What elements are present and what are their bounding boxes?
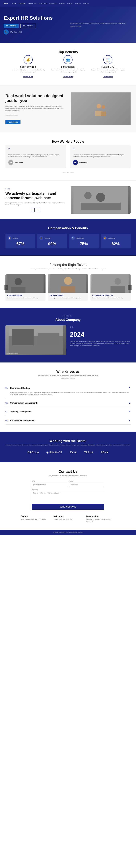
- benefits-section: Top Benefits 💰 COST SAVINGS Lorem ipsum …: [0, 43, 136, 85]
- office-melbourne: Melbourne 124 Collins St VIC 3052, AU: [53, 515, 83, 522]
- faq-toggle-2[interactable]: ∨: [128, 401, 131, 404]
- about-description: Lorem ipsum dolor sit amet, consectetur …: [70, 340, 131, 347]
- comp-card-benefits: 📋 Benefits 67%: [5, 234, 35, 248]
- experience-learn-more[interactable]: LEARN MORE: [63, 76, 73, 78]
- avatar-paul: PS: [8, 160, 13, 165]
- flexibility-title: FLEXIBILITY: [90, 66, 126, 68]
- innovative-hr-title: Innovative HR Solutions: [92, 294, 129, 297]
- recruitment-comp-icon: 🔍: [71, 236, 75, 240]
- hero-sample-text: Sample large text. Lorem ipsum dolor sit…: [70, 23, 132, 24]
- compensation-grid: 📋 Benefits 67% 🎓 Trainings 90% 🔍 Recruit…: [5, 234, 131, 248]
- svg-point-9: [14, 278, 22, 285]
- about-section: HISTORY About Company Images from Freepi…: [0, 308, 136, 363]
- talent-card-executive: Executive Search Lorem ipsum dolor sit a…: [5, 274, 46, 301]
- about-next-button[interactable]: ›: [72, 326, 73, 329]
- about-image-caption: Images from Freepik: [6, 353, 18, 354]
- testimonials-grid: " Lorem ipsum dolor sit amet, consectetu…: [5, 145, 131, 168]
- faq-toggle-1[interactable]: ∧: [128, 386, 131, 390]
- logo: logo: [4, 2, 8, 4]
- nav-item-home[interactable]: HOME: [11, 2, 16, 5]
- mentorship-percentage: 62%: [103, 242, 128, 246]
- faq-title-3: Training Development: [10, 410, 31, 413]
- about-prev-button[interactable]: ‹: [70, 326, 71, 329]
- flexibility-learn-more[interactable]: LEARN MORE: [103, 76, 113, 78]
- nav-item-contact[interactable]: CONTACT: [49, 2, 57, 5]
- faq-toggle-3[interactable]: ∨: [128, 410, 131, 413]
- nav-item-team[interactable]: OUR TEAM: [39, 2, 47, 5]
- hr-recruitment-title: HR Recruitment: [50, 294, 86, 297]
- participate-title: We actively participate in and convene f…: [5, 191, 65, 200]
- drives-subtitle: Click to enter title text.: [5, 377, 131, 379]
- faq-toggle-4[interactable]: ∨: [128, 418, 131, 422]
- trainings-comp-icon: 🎓: [39, 236, 43, 240]
- call-hours: Call 24hrs / 7 days: [10, 30, 22, 32]
- hr-recruitment-image: [48, 274, 88, 292]
- contact-form: Email Name Message SEND MESSAGE: [32, 480, 104, 510]
- svg-rect-19: [12, 329, 34, 345]
- faq-header-1[interactable]: 01. Recruitment Staffing ∧: [5, 386, 131, 390]
- benefits-comp-label: Benefits: [13, 237, 18, 239]
- faq-title-2: Compensation Management: [10, 402, 37, 404]
- svg-rect-16: [110, 286, 125, 292]
- experience-icon: 👥: [63, 55, 73, 64]
- hr-recruitment-desc: Lorem ipsum dolor sit amet, consectetur …: [50, 297, 86, 299]
- benefit-card-cost: 💰 COST SAVINGS Lorem ipsum dolor sit ame…: [10, 55, 46, 78]
- talent-carousel-next[interactable]: ›: [128, 285, 132, 290]
- nav-item-landing[interactable]: LANDING: [18, 2, 26, 5]
- comp-card-trainings: 🎓 Trainings 90%: [37, 234, 67, 248]
- faq-num-1: 01.: [5, 387, 8, 389]
- experience-desc: Lorem ipsum dolor sit amet, consectetur …: [50, 69, 86, 73]
- message-textarea[interactable]: [32, 491, 104, 502]
- bests-section: Working with the Bests! Paragraph. Lorem…: [0, 432, 136, 462]
- partner-binance: ◈ BINANCE: [45, 450, 64, 455]
- nav-links: HOME LANDING ABOUT US OUR TEAM CONTACT P…: [11, 2, 89, 5]
- real-world-credit: Images from Freepik: [5, 114, 65, 116]
- partner-tesla: TESLA: [82, 450, 95, 455]
- svg-rect-13: [61, 286, 75, 292]
- email-input[interactable]: [32, 483, 67, 487]
- testimonial-1-quote: Lorem ipsum dolor sit amet, consectetur …: [8, 154, 63, 158]
- participate-next-button[interactable]: ›: [36, 208, 40, 212]
- footer-text: © 2024 by Yolanda Lee / Powered by Wix.c…: [53, 531, 83, 533]
- participate-desc: Lorem ipsum dolor sit amet, consectetur …: [5, 202, 65, 206]
- participate-prev-button[interactable]: ‹: [31, 208, 35, 212]
- about-tag: HISTORY: [5, 315, 131, 317]
- svg-point-12: [64, 277, 72, 285]
- svg-rect-7: [81, 203, 121, 210]
- trainings-comp-label: Trainings: [44, 237, 50, 239]
- benefits-percentage: 67%: [8, 242, 33, 246]
- hero-secondary-button[interactable]: READ MORE: [20, 24, 36, 28]
- hero-read-more-button[interactable]: READ MORE: [4, 24, 19, 28]
- benefits-comp-icon: 📋: [8, 236, 12, 240]
- email-label: Email: [32, 480, 67, 482]
- nav-item-page3[interactable]: PAGE 3: [75, 2, 81, 5]
- faq-header-4[interactable]: 04. Performance Management ∨: [5, 418, 131, 422]
- cost-savings-icon: 💰: [24, 55, 33, 64]
- nav-item-page4[interactable]: PAGE 4: [83, 2, 89, 5]
- nav-item-page2[interactable]: PAGE 2: [67, 2, 73, 5]
- mentorship-comp-label: Mentorship: [108, 237, 115, 239]
- svg-point-1: [101, 105, 105, 109]
- real-world-read-more[interactable]: READ MORE: [5, 120, 20, 124]
- contact-title: Contact Us: [5, 469, 131, 474]
- innovative-hr-image: [90, 274, 131, 292]
- cost-savings-learn-more[interactable]: LEARN MORE: [23, 76, 33, 78]
- partner-ev3a: EV3A: [67, 450, 79, 455]
- author-name-paul: Paul Smith: [15, 162, 24, 163]
- svg-rect-3: [101, 112, 106, 116]
- la-city: Los Angeles: [86, 515, 115, 517]
- participate-text: BLOG We actively participate in and conv…: [5, 188, 65, 212]
- faq-header-3[interactable]: 03. Training Development ∨: [5, 410, 131, 413]
- author-name-sam: Sam Perry: [79, 162, 87, 163]
- talent-carousel-prev[interactable]: ‹: [4, 285, 8, 290]
- name-input[interactable]: [69, 483, 104, 487]
- svg-rect-20: [38, 333, 59, 345]
- nav-item-page1[interactable]: PAGE 1: [59, 2, 65, 5]
- send-message-button[interactable]: SEND MESSAGE: [32, 504, 104, 510]
- mentorship-comp-icon: 🤝: [103, 236, 107, 240]
- comp-card-mentorship: 🤝 Mentorship 62%: [101, 234, 131, 248]
- nav-item-about[interactable]: ABOUT US: [28, 2, 37, 5]
- how-help-title: How We Help People: [5, 140, 131, 144]
- faq-header-2[interactable]: 02. Compensation Management ∨: [5, 401, 131, 404]
- faq-answer-1: Answer: Lorem ipsum dolor sit amet, cons…: [5, 391, 131, 396]
